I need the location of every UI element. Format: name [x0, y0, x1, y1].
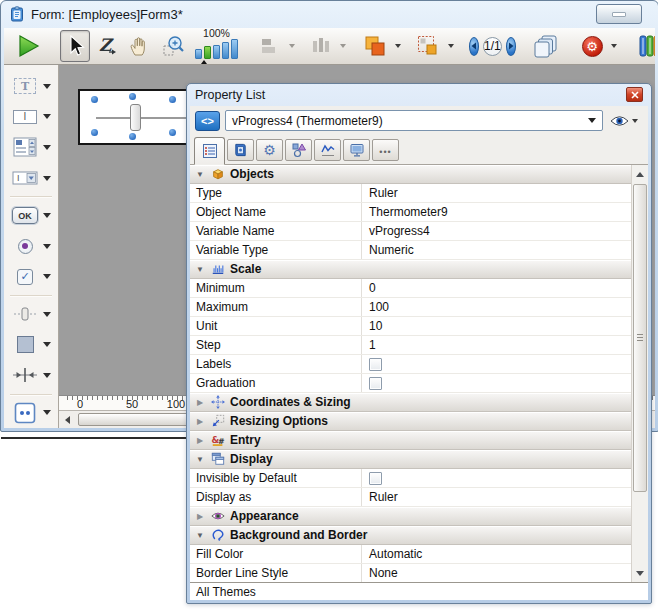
section-header-objects[interactable]: ▼Objects: [190, 165, 631, 184]
section-header-appearance[interactable]: ▶Appearance: [190, 507, 631, 526]
combobox-dropdown-arrow[interactable]: [43, 176, 51, 181]
pan-tool-button[interactable]: [124, 30, 156, 62]
property-value-cell[interactable]: 1: [362, 336, 631, 354]
zoom-bar-1[interactable]: [195, 49, 202, 59]
listbox-dropdown-arrow[interactable]: [43, 145, 51, 150]
splitter-tool[interactable]: [4, 360, 58, 391]
checkbox-tool[interactable]: ✓: [4, 261, 58, 292]
radio-dropdown-arrow[interactable]: [43, 244, 51, 249]
button-tool-icon[interactable]: OK: [11, 203, 39, 229]
property-tab-gear[interactable]: ⚙: [256, 139, 283, 161]
plugin-dropdown-arrow[interactable]: [43, 410, 51, 415]
section-header-resizing-options[interactable]: ▶Resizing Options: [190, 412, 631, 431]
zoom-level-control[interactable]: 100%: [195, 28, 238, 64]
horizontal-scroll-thumb[interactable]: [78, 413, 190, 426]
property-tab-book[interactable]: [227, 139, 254, 161]
form-properties-button[interactable]: ⚙: [578, 30, 607, 62]
view-options-button[interactable]: [608, 115, 643, 127]
checkbox-dropdown-arrow[interactable]: [43, 274, 51, 279]
selection-handle[interactable]: [129, 133, 136, 140]
selection-handle[interactable]: [169, 129, 176, 136]
splitter-tool-icon[interactable]: [11, 362, 39, 388]
section-header-scale[interactable]: ▼Scale: [190, 260, 631, 279]
run-form-button[interactable]: [11, 30, 45, 62]
align-button-disabled[interactable]: [255, 30, 285, 62]
section-header-background-and-border[interactable]: ▼Background and Border: [190, 526, 631, 545]
scroll-down-button[interactable]: [632, 565, 648, 581]
selection-handle[interactable]: [169, 96, 176, 103]
zoom-bars-icon[interactable]: [195, 39, 238, 59]
minimize-button[interactable]: [596, 4, 642, 24]
slider-tool[interactable]: [4, 299, 58, 330]
property-value-cell[interactable]: [362, 469, 631, 487]
button-dropdown-arrow[interactable]: [43, 213, 51, 218]
property-value-cell[interactable]: [362, 374, 631, 392]
object-level-button[interactable]: [359, 30, 391, 62]
property-tab-more[interactable]: •••: [372, 139, 399, 161]
section-header-coordinates-sizing[interactable]: ▶Coordinates & Sizing: [190, 393, 631, 412]
combobox-tool[interactable]: I: [4, 163, 58, 194]
object-library-button[interactable]: [633, 30, 655, 62]
selection-handle[interactable]: [91, 96, 98, 103]
distribute-button-disabled[interactable]: [306, 30, 336, 62]
scroll-up-button[interactable]: [632, 166, 648, 182]
property-value-cell[interactable]: None: [362, 564, 631, 582]
checkbox-tool-icon[interactable]: ✓: [11, 264, 39, 290]
selection-handle[interactable]: [129, 93, 136, 100]
window-titlebar[interactable]: Form: [Employees]Form3*: [1, 1, 658, 27]
object-selector-dropdown[interactable]: vProgress4 (Thermometer9): [225, 110, 603, 131]
zoom-bar-current[interactable]: [204, 46, 211, 59]
property-tab-monitor[interactable]: [343, 139, 370, 161]
property-value-cell[interactable]: Ruler: [362, 488, 631, 506]
form-page-area[interactable]: [78, 89, 196, 145]
previous-page-button[interactable]: [469, 37, 479, 56]
scroll-left-button[interactable]: [59, 411, 75, 428]
property-tab-shapes[interactable]: [285, 139, 312, 161]
zoom-tool-button[interactable]: [158, 30, 190, 62]
ruler-widget-thumb[interactable]: [130, 104, 141, 131]
zoom-bar-5[interactable]: [231, 39, 238, 59]
align-dropdown-arrow[interactable]: [289, 44, 295, 48]
listbox-tool[interactable]: [4, 132, 58, 163]
radio-button-tool-icon[interactable]: [11, 233, 39, 259]
button-tool[interactable]: OK: [4, 200, 58, 231]
property-value-cell[interactable]: [362, 355, 631, 373]
close-button[interactable]: [626, 87, 643, 102]
properties-dropdown-arrow[interactable]: [611, 44, 617, 48]
labels-checkbox[interactable]: [369, 358, 382, 371]
splitter-dropdown-arrow[interactable]: [43, 373, 51, 378]
property-value-cell[interactable]: 100: [362, 298, 631, 316]
property-tab-chart[interactable]: [314, 139, 341, 161]
listbox-tool-icon[interactable]: [11, 134, 39, 160]
combobox-tool-icon[interactable]: I: [11, 165, 39, 191]
group-button[interactable]: [412, 30, 444, 62]
vertical-scroll-thumb[interactable]: [633, 184, 647, 492]
next-page-button[interactable]: [506, 37, 516, 56]
entry-order-tool-button[interactable]: Z: [92, 30, 122, 62]
plugin-area-tool[interactable]: [4, 397, 58, 428]
property-value-cell[interactable]: Automatic: [362, 545, 631, 563]
section-header-entry[interactable]: ▶&#Entry: [190, 431, 631, 450]
property-value-cell[interactable]: Numeric: [362, 241, 631, 259]
level-dropdown-arrow[interactable]: [395, 44, 401, 48]
property-tab-property-list[interactable]: [194, 137, 225, 165]
slider-tool-icon[interactable]: [11, 301, 39, 327]
input-field-tool-icon[interactable]: I: [11, 104, 39, 130]
section-header-display[interactable]: ▼Display: [190, 450, 631, 469]
property-value-cell[interactable]: 0: [362, 279, 631, 297]
property-list-titlebar[interactable]: Property List: [187, 84, 651, 105]
group-dropdown-arrow[interactable]: [448, 44, 454, 48]
rectangle-tool[interactable]: [4, 329, 58, 360]
zoom-bar-4[interactable]: [222, 42, 229, 59]
property-value-cell[interactable]: vProgress4: [362, 222, 631, 240]
text-tool[interactable]: T: [4, 71, 58, 102]
rectangle-dropdown-arrow[interactable]: [43, 342, 51, 347]
property-value-cell[interactable]: Ruler: [362, 184, 631, 202]
zoom-bar-3[interactable]: [213, 45, 220, 59]
input-field-tool[interactable]: I: [4, 102, 58, 133]
text-tool-dropdown-arrow[interactable]: [43, 84, 51, 89]
property-value-cell[interactable]: 10: [362, 317, 631, 335]
select-tool-button[interactable]: [60, 30, 90, 62]
property-value-cell[interactable]: Thermometer9: [362, 203, 631, 221]
rectangle-tool-icon[interactable]: [11, 332, 39, 358]
